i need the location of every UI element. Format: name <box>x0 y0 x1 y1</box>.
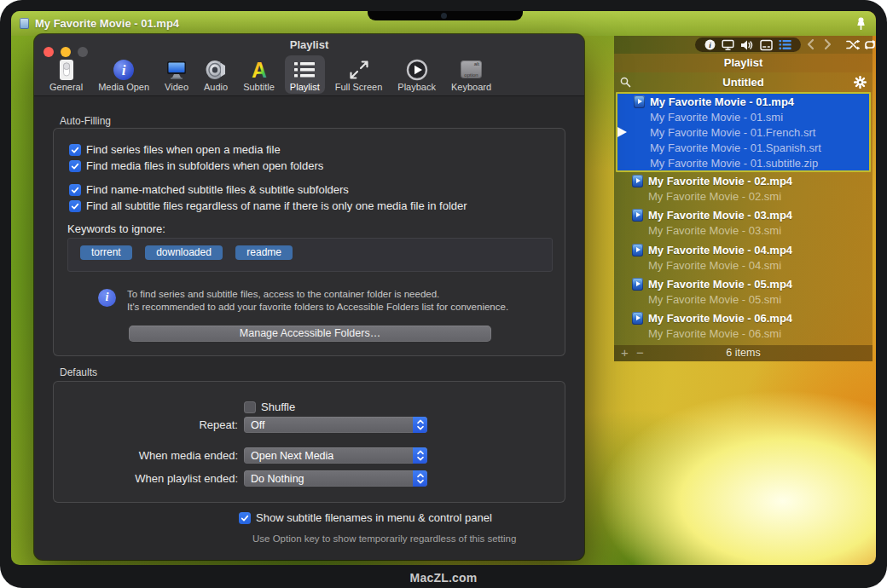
preferences-window: Playlist General i <box>34 34 584 560</box>
pin-icon[interactable] <box>854 16 867 32</box>
keywords-field[interactable]: torrent downloaded readme <box>67 238 553 272</box>
repeat-icon[interactable] <box>863 39 876 50</box>
checkbox-row-find-series[interactable]: Find series files when open a media file <box>69 143 281 156</box>
playlist-item-sub[interactable]: My Favorite Movie - 02.smi <box>616 188 871 204</box>
watermark: MacZL.com <box>0 571 887 585</box>
movie-file-icon <box>632 312 643 325</box>
screen-video-background: My Favorite Movie - 01.mp4 Playlist <box>11 11 876 565</box>
movie-file-icon <box>632 278 643 291</box>
tab-full-screen[interactable]: Full Screen <box>330 55 388 94</box>
keyword-token[interactable]: downloaded <box>145 245 223 260</box>
sound-panel-icon[interactable] <box>740 39 753 51</box>
tab-audio[interactable]: Audio <box>199 55 233 94</box>
playlist-group[interactable]: My Favorite Movie - 06.mp4 My Favorite M… <box>616 310 871 341</box>
subtitle-panel-icon[interactable] <box>760 39 773 51</box>
checkbox-checked[interactable] <box>69 144 81 156</box>
playlist-group[interactable]: My Favorite Movie - 05.mp4 My Favorite M… <box>616 276 871 307</box>
playlist-item-main[interactable]: My Favorite Movie - 03.mp4 <box>616 207 871 222</box>
tab-subtitle[interactable]: A Subtitle <box>238 55 280 94</box>
next-icon[interactable] <box>824 38 832 50</box>
speaker-icon <box>205 58 227 81</box>
checkbox-row-find-name-matched[interactable]: Find name-matched subtitle files & subti… <box>69 183 349 196</box>
playlist-group[interactable]: My Favorite Movie - 03.mp4 My Favorite M… <box>616 207 871 238</box>
info-circle-icon: i <box>113 58 135 81</box>
playlist-item-sub[interactable]: My Favorite Movie - 01.Spanish.srt <box>617 140 869 155</box>
stepper-icon <box>413 447 427 464</box>
expand-arrows-icon <box>348 58 370 81</box>
checkbox-unchecked[interactable] <box>244 401 256 413</box>
playlist-item-sub[interactable]: My Favorite Movie - 05.smi <box>616 291 871 307</box>
toolbar-items: General i Media Open Video <box>44 55 496 94</box>
option-key-icon: altoption <box>461 58 482 81</box>
keywords-label: Keywords to ignore: <box>67 222 165 235</box>
gear-icon[interactable] <box>854 76 867 89</box>
repeat-row: Repeat: Off <box>54 417 427 433</box>
tab-general[interactable]: General <box>44 55 88 94</box>
tab-video[interactable]: Video <box>159 55 194 94</box>
list-icon <box>293 58 316 81</box>
tab-playback[interactable]: Playback <box>392 55 441 94</box>
defaults-groupbox: Shuffle Repeat: Off When media ended: Op… <box>53 381 565 503</box>
playlist-ended-select[interactable]: Do Nothing <box>244 470 427 487</box>
shuffle-icon[interactable] <box>846 39 861 50</box>
playlist-item-main[interactable]: My Favorite Movie - 02.mp4 <box>616 173 871 188</box>
checkbox-checked[interactable] <box>69 184 81 196</box>
notch <box>368 11 523 20</box>
playlist-item-main[interactable]: My Favorite Movie - 01.mp4 <box>617 94 869 109</box>
tab-keyboard[interactable]: altoption Keyboard <box>446 55 496 94</box>
checkbox-checked[interactable] <box>69 200 81 212</box>
video-window-title: My Favorite Movie - 01.mp4 <box>35 17 179 30</box>
svg-text:A: A <box>251 59 266 81</box>
playlist-item-sub[interactable]: My Favorite Movie - 06.smi <box>616 326 871 341</box>
playlist-status-bar: + − 6 items <box>614 345 873 361</box>
stepper-icon <box>413 417 427 433</box>
playlist-item-main[interactable]: My Favorite Movie - 05.mp4 <box>616 276 871 291</box>
show-subtitle-filenames-row[interactable]: Show subtitle filenames in menu & contro… <box>239 511 492 524</box>
movie-file-icon <box>632 175 643 187</box>
monitor-icon <box>165 58 188 81</box>
tab-media-open[interactable]: i Media Open <box>93 55 154 94</box>
playlist-subheader: Untitled <box>614 72 873 92</box>
svg-text:i: i <box>709 41 711 49</box>
checkbox-row-find-media-subfolders[interactable]: Find media files in subfolders when open… <box>69 159 323 172</box>
info-panel-icon[interactable]: i <box>704 39 716 50</box>
checkbox-row-find-all-subtitles[interactable]: Find all subtitle files regardless of na… <box>69 199 467 212</box>
display-panel-icon[interactable] <box>722 39 734 51</box>
info-text: To find series and subtitle files, acces… <box>127 288 508 314</box>
rainbow-a-icon: A <box>248 58 270 81</box>
keyword-token[interactable]: readme <box>235 245 293 260</box>
svg-text:i: i <box>122 62 126 78</box>
movie-file-icon <box>634 95 645 108</box>
checkbox-checked[interactable] <box>239 512 251 524</box>
playlist-group[interactable]: My Favorite Movie - 04.mp4 My Favorite M… <box>616 242 871 273</box>
panel-switcher: i <box>695 37 801 52</box>
document-proxy-icon <box>20 18 29 29</box>
now-playing-marker <box>617 127 627 137</box>
playlist-panel-icon-active[interactable] <box>779 39 791 50</box>
playlist-panel: i <box>614 36 873 361</box>
playlist-group-selected[interactable]: My Favorite Movie - 01.mp4 My Favorite M… <box>616 92 871 172</box>
playlist-item-main[interactable]: My Favorite Movie - 06.mp4 <box>616 310 871 326</box>
previous-icon[interactable] <box>807 38 815 50</box>
manage-accessible-folders-button[interactable]: Manage Accessible Folders… <box>129 326 491 342</box>
item-count: 6 items <box>614 345 873 361</box>
media-ended-select[interactable]: Open Next Media <box>244 447 427 464</box>
playlist-item-sub[interactable]: My Favorite Movie - 01.French.srt <box>617 124 869 140</box>
auto-filling-groupbox: Find series files when open a media file… <box>53 128 565 356</box>
playlist-name: Untitled <box>614 72 873 92</box>
playlist-group[interactable]: My Favorite Movie - 02.mp4 My Favorite M… <box>616 173 871 204</box>
shuffle-checkbox-row[interactable]: Shuffle <box>244 401 295 413</box>
playlist-item-sub[interactable]: My Favorite Movie - 01.subtitle.zip <box>617 155 869 170</box>
playlist-item-sub[interactable]: My Favorite Movie - 01.smi <box>617 109 869 124</box>
repeat-select[interactable]: Off <box>244 417 427 433</box>
playlist-item-sub[interactable]: My Favorite Movie - 04.smi <box>616 257 871 273</box>
section-label-defaults: Defaults <box>60 366 97 378</box>
tab-playlist-selected[interactable]: Playlist <box>285 55 325 94</box>
playlist-item-sub[interactable]: My Favorite Movie - 03.smi <box>616 222 871 238</box>
checkbox-checked[interactable] <box>69 160 81 172</box>
option-key-note: Use Option key to show temporarily regar… <box>252 533 516 544</box>
movie-file-icon <box>632 209 643 222</box>
playlist-item-main[interactable]: My Favorite Movie - 04.mp4 <box>616 242 871 257</box>
section-label-auto-filling: Auto-Filling <box>60 115 111 127</box>
keyword-token[interactable]: torrent <box>80 245 132 260</box>
